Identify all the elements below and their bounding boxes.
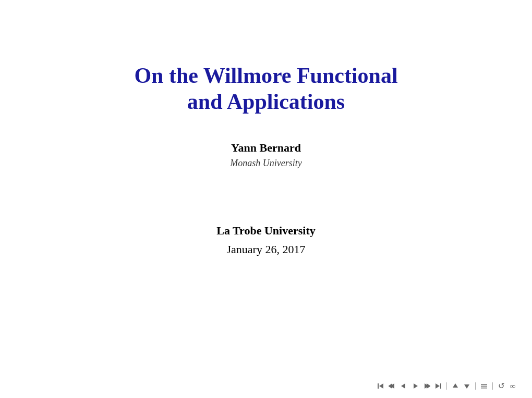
svg-marker-10 [453,383,458,388]
nav-last-icon[interactable] [433,381,443,391]
svg-marker-1 [379,383,383,389]
navigation-bar: ↺ ∞ [0,381,532,391]
svg-marker-11 [464,384,469,389]
author-affiliation: Monash University [230,158,301,169]
svg-rect-14 [481,388,487,389]
svg-rect-13 [481,386,487,387]
svg-rect-12 [481,384,487,385]
slide: On the Willmore Functional and Applicati… [0,0,532,398]
svg-rect-0 [378,383,379,389]
venue-block: La Trobe University January 26, 2017 [216,224,315,256]
title-line2: and Applications [134,89,397,115]
svg-rect-9 [440,383,441,389]
author-name: Yann Bernard [230,141,301,155]
author-block: Yann Bernard Monash University [230,141,301,169]
svg-marker-5 [414,383,418,389]
svg-marker-7 [427,383,430,389]
title-line1: On the Willmore Functional [134,63,397,89]
nav-refresh-icon[interactable]: ↺ [497,381,506,391]
nav-loop-icon[interactable]: ∞ [508,381,517,391]
nav-next-icon[interactable] [410,381,420,391]
svg-marker-3 [389,383,392,389]
nav-prev-section-icon[interactable] [388,381,397,391]
nav-separator-3 [492,382,493,390]
nav-down-icon[interactable] [462,381,471,391]
title-block: On the Willmore Functional and Applicati… [134,63,397,115]
svg-marker-8 [436,383,440,389]
nav-first-icon[interactable] [376,381,385,391]
nav-separator-1 [446,382,447,390]
nav-prev-icon[interactable] [399,381,408,391]
svg-marker-4 [401,383,405,389]
venue-name: La Trobe University [216,224,315,238]
nav-separator-2 [475,382,476,390]
venue-date: January 26, 2017 [216,243,315,256]
nav-next-section-icon[interactable] [422,381,431,391]
nav-align-icon[interactable] [479,381,489,391]
nav-up-icon[interactable] [451,381,460,391]
